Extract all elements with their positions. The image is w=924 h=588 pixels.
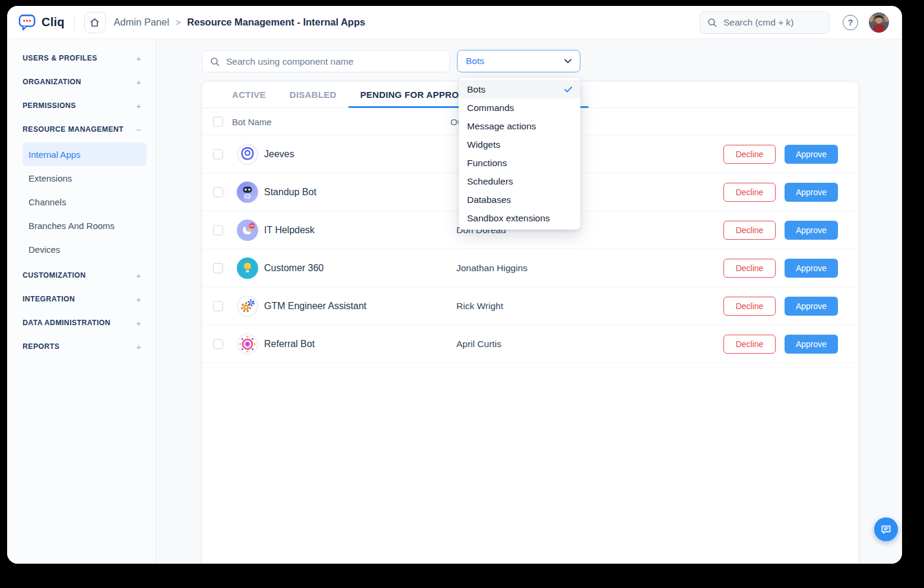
approve-button[interactable]: Approve	[785, 297, 838, 316]
expand-icon[interactable]: +	[136, 53, 141, 63]
row-checkbox[interactable]	[213, 149, 223, 159]
sidebar-section-label: INTEGRATION	[23, 295, 75, 303]
owner-name: Jonathan Higgins	[456, 263, 528, 274]
sidebar-section-label: ORGANIZATION	[23, 78, 81, 86]
dropdown-option-label: Functions	[467, 158, 507, 169]
row-checkbox[interactable]	[213, 225, 223, 235]
breadcrumb-admin-panel[interactable]: Admin Panel	[114, 17, 170, 28]
sidebar-item-branches-and-rooms[interactable]: Branches And Rooms	[23, 214, 147, 237]
brand-name: Cliq	[42, 15, 65, 29]
decline-button[interactable]: Decline	[723, 145, 776, 164]
expand-icon[interactable]: +	[136, 318, 141, 328]
sidebar-section-label: USERS & PROFILES	[23, 54, 97, 62]
divider	[74, 15, 75, 30]
row-checkbox[interactable]	[213, 301, 223, 311]
dropdown-option-schedulers[interactable]: Schedulers	[459, 172, 580, 190]
tab-active[interactable]: ACTIVE	[232, 82, 266, 107]
sidebar-section-label: CUSTOMIZATION	[23, 271, 86, 279]
table-row: Customer 360Jonathan HigginsDeclineAppro…	[202, 249, 858, 287]
customer-360-bot-icon	[237, 258, 258, 279]
row-checkbox[interactable]	[213, 187, 223, 197]
chat-bubble-icon	[880, 523, 892, 535]
component-search-input[interactable]	[225, 56, 442, 68]
home-icon	[90, 18, 100, 27]
sidebar-section-users-profiles[interactable]: USERS & PROFILES+	[7, 46, 155, 70]
approve-button[interactable]: Approve	[785, 145, 838, 164]
row-checkbox[interactable]	[213, 339, 223, 349]
dropdown-option-label: Commands	[467, 103, 514, 113]
expand-icon[interactable]: +	[136, 101, 141, 111]
bot-name: Referral Bot	[264, 339, 315, 349]
dropdown-option-commands[interactable]: Commands	[459, 98, 580, 117]
dropdown-option-widgets[interactable]: Widgets	[459, 135, 580, 154]
row-actions: DeclineApprove	[723, 183, 838, 202]
sidebar-section-label: REPORTS	[23, 342, 59, 351]
select-all-checkbox[interactable]	[213, 116, 223, 126]
check-icon	[564, 87, 572, 93]
decline-button[interactable]: Decline	[723, 335, 776, 354]
dropdown-option-message-actions[interactable]: Message actions	[459, 117, 580, 135]
app-body: USERS & PROFILES+ORGANIZATION+PERMISSION…	[7, 39, 902, 564]
component-type-dropdown: BotsCommandsMessage actionsWidgetsFuncti…	[459, 78, 580, 230]
brand: Cliq	[18, 13, 65, 31]
decline-button[interactable]: Decline	[723, 297, 776, 316]
sidebar-section-customization[interactable]: CUSTOMIZATION+	[7, 263, 155, 287]
home-button[interactable]	[84, 12, 106, 33]
bot-name: Jeeves	[264, 149, 294, 160]
dropdown-option-functions[interactable]: Functions	[459, 154, 580, 172]
sidebar-section-organization[interactable]: ORGANIZATION+	[7, 70, 155, 94]
approve-button[interactable]: Approve	[785, 335, 838, 354]
dropdown-option-bots[interactable]: Bots	[459, 80, 580, 98]
collapse-icon[interactable]: −	[136, 125, 141, 135]
row-checkbox[interactable]	[213, 263, 223, 273]
row-actions: DeclineApprove	[723, 259, 838, 278]
expand-icon[interactable]: +	[136, 271, 141, 281]
approve-button[interactable]: Approve	[785, 259, 838, 278]
component-type-select[interactable]: Bots	[457, 50, 580, 72]
sidebar-item-devices[interactable]: Devices	[23, 237, 147, 261]
app-window: Cliq Admin Panel > Resource Management -…	[7, 6, 902, 564]
sidebar-section-label: RESOURCE MANAGEMENT	[23, 125, 123, 134]
dropdown-option-databases[interactable]: Databases	[459, 190, 580, 209]
search-icon	[707, 18, 717, 27]
sidebar-section-label: DATA ADMINISTRATION	[23, 319, 110, 327]
sidebar: USERS & PROFILES+ORGANIZATION+PERMISSION…	[7, 39, 156, 564]
approve-button[interactable]: Approve	[785, 221, 838, 240]
top-bar: Cliq Admin Panel > Resource Management -…	[7, 6, 902, 39]
table-row: Referral BotApril CurtisDeclineApprove	[202, 325, 858, 363]
global-search[interactable]	[700, 11, 830, 34]
it-helpdesk-bot-icon	[237, 220, 258, 241]
approve-button[interactable]: Approve	[785, 183, 838, 202]
global-search-input[interactable]	[722, 17, 822, 28]
sidebar-item-channels[interactable]: Channels	[23, 190, 147, 214]
decline-button[interactable]: Decline	[723, 183, 776, 202]
help-button[interactable]: ?	[843, 15, 858, 30]
sidebar-item-extensions[interactable]: Extensions	[23, 166, 147, 190]
sidebar-section-reports[interactable]: REPORTS+	[7, 335, 155, 358]
standup-bot-icon	[237, 182, 258, 203]
expand-icon[interactable]: +	[136, 294, 141, 304]
decline-button[interactable]: Decline	[723, 259, 776, 278]
sidebar-section-label: PERMISSIONS	[23, 101, 76, 110]
dropdown-option-label: Databases	[467, 195, 511, 205]
column-header-bot-name: Bot Name	[232, 116, 272, 126]
decline-button[interactable]: Decline	[723, 221, 776, 240]
expand-icon[interactable]: +	[136, 77, 141, 87]
tab-disabled[interactable]: DISABLED	[290, 82, 336, 107]
chat-fab-button[interactable]	[874, 517, 898, 541]
sidebar-section-data-administration[interactable]: DATA ADMINISTRATION+	[7, 311, 155, 335]
sidebar-item-internal-apps[interactable]: Internal Apps	[23, 142, 147, 166]
avatar[interactable]	[869, 12, 889, 33]
chevron-down-icon	[564, 59, 571, 63]
page-title: Resource Management - Internal Apps	[187, 17, 365, 28]
sidebar-section-integration[interactable]: INTEGRATION+	[7, 287, 155, 311]
search-icon	[210, 57, 220, 66]
component-search[interactable]	[202, 50, 450, 72]
dropdown-option-label: Widgets	[467, 139, 500, 150]
dropdown-option-sandbox-extensions[interactable]: Sandbox extensions	[459, 209, 580, 227]
breadcrumb: Admin Panel > Resource Management - Inte…	[114, 17, 366, 28]
sidebar-section-resource-management[interactable]: RESOURCE MANAGEMENT−	[7, 117, 155, 141]
dropdown-option-label: Message actions	[467, 121, 536, 132]
expand-icon[interactable]: +	[136, 342, 141, 352]
sidebar-section-permissions[interactable]: PERMISSIONS+	[7, 94, 155, 117]
